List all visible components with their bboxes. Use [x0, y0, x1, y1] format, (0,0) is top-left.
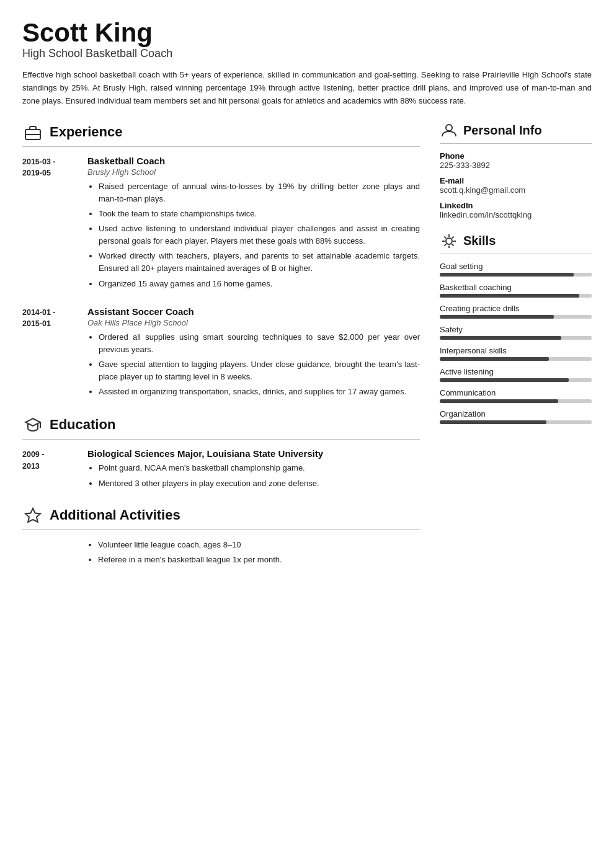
- graduation-icon: [22, 414, 43, 435]
- list-item: Worked directly with teachers, players, …: [99, 250, 420, 275]
- skill-item-0: Goal setting: [440, 262, 592, 277]
- exp-company-2: Oak Hills Place High School: [87, 318, 420, 327]
- skill-bar-fill-6: [440, 399, 558, 403]
- personal-info-divider: [440, 143, 592, 144]
- skill-item-4: Interpersonal skills: [440, 346, 592, 361]
- linkedin-item: LinkedIn linkedin.com/in/scottqking: [440, 201, 592, 219]
- skills-icon: [440, 232, 458, 250]
- skill-name-1: Basketball coaching: [440, 283, 592, 292]
- skill-name-0: Goal setting: [440, 262, 592, 271]
- list-item: Gave special attention to lagging player…: [99, 358, 420, 383]
- exp-dates-2: 2014-01 - 2015-01: [22, 306, 87, 401]
- skill-item-6: Communication: [440, 388, 592, 403]
- candidate-name: Scott King: [22, 19, 592, 47]
- exp-bullets-1: Raised percentage of annual wins-to-loss…: [87, 180, 420, 290]
- edu-bullets-1: Point guard, NCAA men's basketball champ…: [87, 462, 420, 489]
- skills-section: Skills Goal setting Basketball coaching …: [440, 232, 592, 424]
- education-section: Education 2009 - 2013 Biological Science…: [22, 414, 420, 492]
- person-icon: [440, 122, 458, 140]
- left-column: Experience 2015-03 - 2019-05 Basketball …: [22, 122, 420, 578]
- edu-content-1: Biological Sciences Major, Louisiana Sta…: [87, 448, 420, 492]
- exp-job-title-1: Basketball Coach: [87, 156, 420, 166]
- email-value: scott.q.king@gmail.com: [440, 185, 592, 195]
- skill-name-2: Creating practice drills: [440, 304, 592, 313]
- list-item: Organized 15 away games and 16 home game…: [99, 278, 420, 290]
- exp-content-1: Basketball Coach Brusly High School Rais…: [87, 156, 420, 293]
- skill-item-1: Basketball coaching: [440, 283, 592, 298]
- skills-divider: [440, 254, 592, 254]
- email-label: E-mail: [440, 176, 592, 185]
- svg-point-6: [446, 238, 452, 244]
- briefcase-icon: [22, 122, 43, 143]
- star-icon: [22, 505, 43, 526]
- education-title: Education: [50, 417, 115, 433]
- skill-bar-fill-1: [440, 294, 579, 298]
- skill-bar-bg-7: [440, 420, 592, 424]
- personal-info-header: Personal Info: [440, 122, 592, 140]
- list-item: Raised percentage of annual wins-to-loss…: [99, 180, 420, 205]
- skill-name-4: Interpersonal skills: [440, 346, 592, 355]
- list-item: Volunteer little league coach, ages 8–10: [98, 539, 420, 551]
- skill-bar-fill-5: [440, 378, 569, 382]
- skills-header: Skills: [440, 232, 592, 250]
- skill-name-3: Safety: [440, 325, 592, 334]
- skill-name-7: Organization: [440, 409, 592, 418]
- education-entry-1: 2009 - 2013 Biological Sciences Major, L…: [22, 448, 420, 492]
- additional-title: Additional Activities: [50, 507, 180, 523]
- main-layout: Experience 2015-03 - 2019-05 Basketball …: [22, 122, 592, 578]
- svg-marker-4: [25, 508, 40, 522]
- activities-bullets: Volunteer little league coach, ages 8–10…: [22, 539, 420, 566]
- skill-item-7: Organization: [440, 409, 592, 424]
- skill-bar-bg-5: [440, 378, 592, 382]
- exp-bullets-2: Ordered all supplies using smart sourcin…: [87, 331, 420, 399]
- skill-item-2: Creating practice drills: [440, 304, 592, 319]
- exp-content-2: Assistant Soccer Coach Oak Hills Place H…: [87, 306, 420, 401]
- experience-header: Experience: [22, 122, 420, 143]
- education-header: Education: [22, 414, 420, 435]
- skill-item-3: Safety: [440, 325, 592, 340]
- linkedin-label: LinkedIn: [440, 201, 592, 210]
- experience-divider: [22, 146, 420, 147]
- edu-degree-1: Biological Sciences Major, Louisiana Sta…: [87, 448, 420, 459]
- linkedin-value: linkedin.com/in/scottqking: [440, 210, 592, 219]
- experience-entry-2: 2014-01 - 2015-01 Assistant Soccer Coach…: [22, 306, 420, 401]
- resume-header: Scott King High School Basketball Coach …: [22, 19, 592, 108]
- skills-title: Skills: [463, 234, 496, 248]
- experience-entry-1: 2015-03 - 2019-05 Basketball Coach Brusl…: [22, 156, 420, 293]
- candidate-title: High School Basketball Coach: [22, 47, 592, 60]
- phone-item: Phone 225-333-3892: [440, 151, 592, 170]
- skill-bar-bg-6: [440, 399, 592, 403]
- skill-bar-fill-4: [440, 357, 549, 361]
- experience-section: Experience 2015-03 - 2019-05 Basketball …: [22, 122, 420, 401]
- skill-name-5: Active listening: [440, 367, 592, 376]
- list-item: Used active listening to understand indi…: [99, 223, 420, 247]
- list-item: Ordered all supplies using smart sourcin…: [99, 331, 420, 356]
- skill-bar-fill-2: [440, 315, 554, 319]
- personal-info-title: Personal Info: [463, 123, 542, 138]
- personal-info-section: Personal Info Phone 225-333-3892 E-mail …: [440, 122, 592, 219]
- additional-section: Additional Activities Volunteer little l…: [22, 505, 420, 566]
- list-item: Assisted in organizing transportation, s…: [99, 386, 420, 398]
- skill-bar-bg-0: [440, 273, 592, 277]
- svg-point-5: [446, 125, 452, 131]
- skill-bar-fill-7: [440, 420, 546, 424]
- exp-dates-1: 2015-03 - 2019-05: [22, 156, 87, 293]
- list-item: Mentored 3 other players in play executi…: [99, 477, 420, 490]
- additional-divider: [22, 529, 420, 530]
- skill-bar-bg-4: [440, 357, 592, 361]
- skill-bar-fill-0: [440, 273, 574, 277]
- phone-label: Phone: [440, 151, 592, 161]
- list-item: Referee in a men's basketball league 1x …: [98, 554, 420, 566]
- education-divider: [22, 439, 420, 440]
- skill-item-5: Active listening: [440, 367, 592, 382]
- skill-bar-bg-2: [440, 315, 592, 319]
- phone-value: 225-333-3892: [440, 161, 592, 170]
- list-item: Point guard, NCAA men's basketball champ…: [99, 462, 420, 474]
- exp-company-1: Brusly High School: [87, 167, 420, 177]
- experience-title: Experience: [50, 124, 122, 140]
- skill-bar-bg-3: [440, 336, 592, 340]
- skill-name-6: Communication: [440, 388, 592, 397]
- additional-header: Additional Activities: [22, 505, 420, 526]
- edu-dates-1: 2009 - 2013: [22, 448, 87, 492]
- email-item: E-mail scott.q.king@gmail.com: [440, 176, 592, 195]
